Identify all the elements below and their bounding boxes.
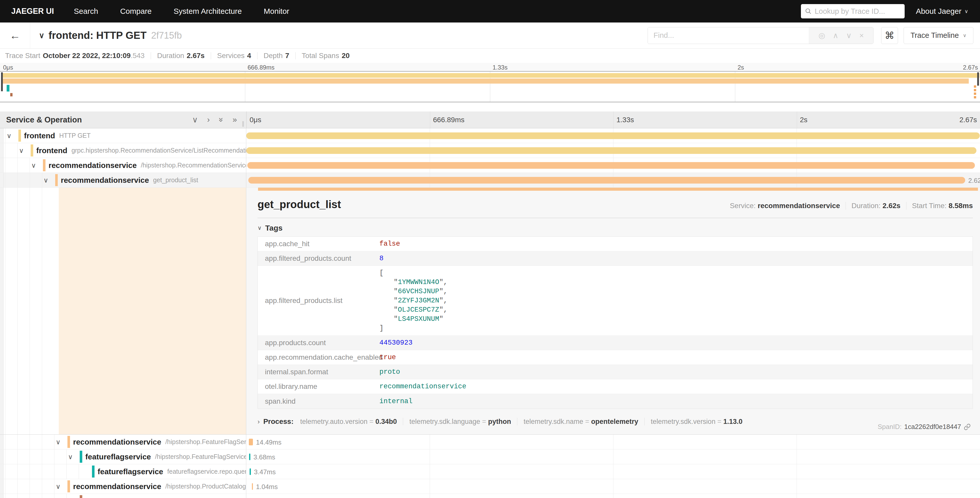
span-name-cell[interactable]: ∨recommendationserviceget_product_list [0, 173, 246, 187]
back-button[interactable]: ← [0, 22, 30, 48]
link-icon[interactable] [964, 423, 971, 431]
collapse-one-icon[interactable]: ∨ [192, 115, 198, 124]
process-row[interactable]: › Process: telemetry.auto.version = 0.34… [258, 417, 973, 426]
span-bar[interactable] [249, 439, 253, 445]
span-row[interactable]: ∨recommendationservice/hipstershop.Featu… [0, 434, 980, 449]
span-duration-label: 14.49ms [256, 439, 282, 446]
operation-name: grpc.hipstershop.RecommendationService/L… [72, 147, 246, 154]
tag-row[interactable]: internal.span.formatproto [258, 365, 973, 379]
find-input[interactable] [648, 27, 809, 44]
span-bar[interactable] [246, 132, 980, 139]
indent-guide [42, 188, 42, 434]
expand-all-icon[interactable]: » [232, 115, 237, 124]
span-name-cell[interactable]: ∨featureflagservice/hipstershop.FeatureF… [0, 449, 246, 464]
span-row[interactable]: ∨recommendationserviceget_product_list2.… [0, 173, 980, 188]
span-name-cell[interactable]: ∨recommendationservice/hipstershop.Featu… [0, 434, 246, 449]
tag-row[interactable]: app.cache_hitfalse [258, 237, 973, 251]
nav-item-compare[interactable]: Compare [120, 7, 151, 16]
minimap-right-drag-handle[interactable] [977, 72, 979, 86]
chevron-down-icon[interactable]: ∨ [68, 453, 73, 461]
service-operation-header: Service & Operation [6, 115, 82, 124]
span-name-cell[interactable]: ∨recommendationservice/hipstershop.Recom… [0, 158, 246, 172]
divider [906, 202, 907, 210]
service-name: recommendationservice [73, 482, 161, 491]
span-row[interactable]: featureflagservicefeatureflagservice.rep… [0, 464, 980, 479]
span-bar[interactable] [247, 162, 975, 169]
span-timeline-cell[interactable] [246, 158, 980, 172]
tag-key: app.products.count [258, 339, 379, 347]
span-name-cell[interactable]: featureflagservicefeatureflagservice.rep… [0, 464, 246, 479]
focus-match-icon[interactable]: ◎ [819, 31, 825, 40]
span-timeline-cell[interactable]: 14.49ms [246, 434, 980, 449]
tag-row[interactable]: app.filtered_products.list["1YMWWN1N4O",… [258, 266, 973, 336]
minimap-canvas[interactable] [0, 71, 980, 102]
trace-id-lookup-box[interactable] [801, 4, 905, 18]
span-timeline-cell[interactable]: 3.47ms [246, 464, 980, 479]
indent-guide [42, 479, 42, 494]
tags-section-toggle[interactable]: ∨ Tags [258, 224, 973, 232]
span-timeline-cell[interactable] [246, 143, 980, 158]
nav-item-search[interactable]: Search [74, 7, 98, 16]
span-name-cell[interactable] [0, 494, 246, 498]
span-row[interactable]: ∨recommendationservice/hipstershop.Produ… [0, 479, 980, 494]
next-match-icon[interactable]: ∨ [846, 31, 852, 40]
operation-name: /hipstershop.ProductCatalogSer... [165, 483, 246, 490]
collapse-all-icon[interactable]: » [216, 118, 226, 122]
tag-row[interactable]: otel.library.namerecommendationservice [258, 379, 973, 394]
span-duration-label: 3.68ms [253, 453, 275, 461]
tag-row[interactable]: span.kindinternal [258, 394, 973, 409]
span-bar[interactable] [248, 177, 965, 184]
trace-id-lookup-input[interactable] [815, 7, 900, 16]
operation-name: /hipstershop.RecommendationService/Lis..… [141, 161, 246, 169]
minimap-left-drag-handle[interactable] [1, 72, 3, 91]
timeline-column-header: Service & Operation ∨ › » » ∥ 0μs 666.89… [0, 112, 980, 128]
chevron-down-icon[interactable]: ∨ [56, 483, 60, 491]
chevron-down-icon[interactable]: ∨ [31, 161, 36, 169]
chevron-down-icon[interactable]: ∨ [6, 132, 11, 140]
chevron-down-icon[interactable]: ∨ [56, 438, 60, 446]
column-divider[interactable] [246, 112, 247, 128]
app-brand[interactable]: JAEGER UI [11, 6, 54, 16]
column-resize-grip[interactable]: ∥ [242, 120, 245, 127]
span-row[interactable]: ∨frontendHTTP GET [0, 128, 980, 143]
span-row[interactable]: ∨recommendationservice/hipstershop.Recom… [0, 158, 980, 173]
span-timeline-cell[interactable]: 2.62s [246, 173, 980, 187]
chevron-down-icon: ∨ [964, 8, 968, 14]
collapse-trace-chevron-icon[interactable]: ∨ [39, 31, 45, 40]
minimap-span-bar [3, 78, 969, 84]
nav-item-monitor[interactable]: Monitor [264, 7, 289, 16]
tag-row[interactable]: app.products.count44530923 [258, 336, 973, 350]
span-id-row: SpanID: 1ca2262df0e18447 [878, 423, 971, 431]
expand-one-icon[interactable]: › [207, 115, 210, 124]
trace-header: ← ∨ frontend: HTTP GET 2f715fb ◎ ∧ ∨ × ⌘… [0, 22, 980, 49]
about-jaeger-menu[interactable]: About Jaeger ∨ [916, 7, 968, 16]
span-bar[interactable] [252, 483, 253, 490]
span-timeline-cell[interactable]: 1.04ms [246, 479, 980, 494]
span-duration-label: 2.62s [968, 177, 980, 185]
span-bar[interactable] [249, 453, 250, 460]
tag-value-line: "2ZYFJ3GM2N", [379, 296, 973, 305]
span-row[interactable]: ∨frontendgrpc.hipstershop.Recommendation… [0, 143, 980, 158]
span-timeline-cell[interactable] [246, 494, 980, 498]
indent-guide [42, 494, 42, 498]
clear-find-icon[interactable]: × [859, 31, 864, 40]
tag-row[interactable]: app.recommendation.cache_enabledtrue [258, 350, 973, 365]
span-service-operation: frontendHTTP GET [0, 128, 246, 143]
span-timeline-cell[interactable]: 3.68ms [246, 449, 980, 464]
span-row[interactable]: ∨featureflagservice/hipstershop.FeatureF… [0, 449, 980, 464]
span-bar[interactable] [250, 468, 251, 475]
prev-match-icon[interactable]: ∧ [833, 31, 838, 40]
chevron-down-icon[interactable]: ∨ [43, 176, 48, 184]
tag-row[interactable]: app.filtered_products.count8 [258, 251, 973, 266]
nav-item-system-architecture[interactable]: System Architecture [174, 7, 242, 16]
trace-view-selector[interactable]: Trace Timeline ∨ [904, 27, 974, 44]
row-gutter [0, 128, 3, 143]
span-name-cell[interactable]: ∨frontendgrpc.hipstershop.Recommendation… [0, 143, 246, 158]
span-name-cell[interactable]: ∨frontendHTTP GET [0, 128, 246, 143]
span-name-cell[interactable]: ∨recommendationservice/hipstershop.Produ… [0, 479, 246, 494]
keyboard-shortcuts-button[interactable]: ⌘ [881, 27, 898, 44]
span-timeline-cell[interactable] [246, 128, 980, 143]
span-bar[interactable] [246, 147, 977, 154]
chevron-down-icon[interactable]: ∨ [19, 147, 24, 155]
span-row[interactable] [0, 494, 980, 498]
